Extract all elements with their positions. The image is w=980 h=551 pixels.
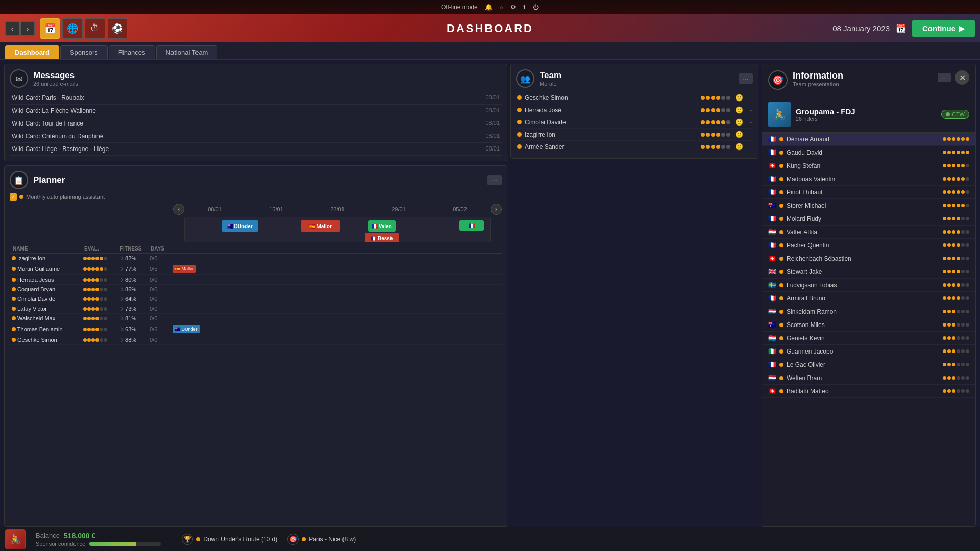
info-title: Information <box>793 70 843 81</box>
list-item[interactable]: 🇬🇧 Stewart Jake <box>762 265 975 279</box>
morale-item[interactable]: Cimolai Davide 🙂 - <box>516 116 753 129</box>
bottom-bar: 🚴 Balance 518,000 € Sponsor confidence 🏆… <box>0 527 980 551</box>
sponsor-confidence-label: Sponsor confidence <box>36 541 85 547</box>
message-item[interactable]: Wild Card: Tour de France 08/01 <box>10 117 502 130</box>
list-item[interactable]: 🇫🇷 Armirail Bruno <box>762 292 975 305</box>
calendar-icon[interactable]: 📆 <box>896 23 906 33</box>
flag-icon: 🇫🇷 <box>768 215 776 222</box>
list-item[interactable]: 🇦🇺 Storer Michael <box>762 199 975 212</box>
table-row[interactable]: Martin Guillaume ☽ 77% 0/5 🇪🇸 Mallor <box>10 263 502 275</box>
list-item[interactable]: 🇫🇷 Démare Arnaud <box>762 133 975 146</box>
table-row[interactable]: Coquard Bryan ☽ 86% 0/0 <box>10 285 502 294</box>
info-menu-button[interactable]: ··· <box>938 73 951 82</box>
rider-list[interactable]: 🇫🇷 Démare Arnaud 🇫🇷 Gaudu David 🇨🇭 Küng … <box>762 133 975 526</box>
table-row[interactable]: Walscheid Max ☽ 81% 0/0 <box>10 314 502 323</box>
nav-dashboard-button[interactable]: 📅 <box>40 18 60 39</box>
list-item[interactable]: 🇫🇷 Molard Rudy <box>762 212 975 226</box>
nav-forward-button[interactable]: › <box>20 21 35 36</box>
message-item[interactable]: Wild Card: Critérium du Dauphiné 08/01 <box>10 130 502 143</box>
team-menu-button[interactable]: ··· <box>739 73 753 84</box>
table-row[interactable]: Cimolai Davide ☽ 64% 0/0 <box>10 294 502 304</box>
team-subtitle: Morale <box>540 81 561 87</box>
info-close-button[interactable]: ✕ <box>955 70 969 85</box>
list-item[interactable]: 🇮🇹 Guarnieri Jacopo <box>762 345 975 358</box>
planner-next-button[interactable]: › <box>491 204 502 215</box>
messages-icon: ✉ <box>10 69 28 88</box>
list-item[interactable]: 🇫🇷 Madouas Valentin <box>762 172 975 186</box>
info-icon[interactable]: ℹ <box>523 4 526 11</box>
race-block-valen[interactable]: 🇫🇷Valen <box>368 220 396 232</box>
tab-finances[interactable]: Finances <box>109 45 155 59</box>
tab-sponsors[interactable]: Sponsors <box>60 45 108 59</box>
list-item[interactable]: 🇸🇪 Ludvigsson Tobias <box>762 279 975 292</box>
continue-button[interactable]: Continue ▶ <box>912 20 975 37</box>
morale-item[interactable]: Armée Sander 🙂 - <box>516 141 753 153</box>
flag-icon: 🇫🇷 <box>768 361 776 368</box>
trophy-icon: 🏆 <box>182 534 193 545</box>
list-item[interactable]: 🇨🇭 Küng Stefan <box>762 159 975 172</box>
list-item[interactable]: 🇨🇭 Badilatti Matteo <box>762 385 975 398</box>
bell-icon[interactable]: 🔔 <box>485 4 493 11</box>
list-item[interactable]: 🇫🇷 Le Gac Olivier <box>762 358 975 371</box>
list-item[interactable]: 🇫🇷 Pinot Thibaut <box>762 186 975 199</box>
flag-icon: 🇸🇪 <box>768 281 776 289</box>
event-item[interactable]: 🏆 Down Under's Route (10 d) <box>182 534 277 545</box>
nav-soccer-button[interactable]: ⚽ <box>107 18 128 39</box>
table-row[interactable]: Izagirre Ion ☽ 82% 0/0 <box>10 254 502 263</box>
planner-date-nav: ‹ 08/01 15/01 22/01 29/01 05/02 › <box>10 204 502 215</box>
messages-title: Messages <box>33 70 78 81</box>
tab-dashboard[interactable]: Dashboard <box>5 45 59 59</box>
morale-item[interactable]: Geschke Simon 🙂 - <box>516 92 753 104</box>
mood-icon: 🙂 <box>735 143 743 151</box>
list-item[interactable]: 🇨🇭 Reichenbach Sébastien <box>762 252 975 265</box>
balance-label: Balance <box>36 532 60 539</box>
message-item[interactable]: Wild Card: Liège - Bastogne - Liège 08/0… <box>10 143 502 156</box>
planner-menu-button[interactable]: ··· <box>487 175 502 185</box>
team-name: Groupama - FDJ <box>796 107 855 116</box>
list-item[interactable]: 🇱🇺 Geniets Kevin <box>762 332 975 345</box>
rider-status-dot <box>517 132 522 137</box>
message-item[interactable]: Wild Card: La Flèche Wallonne 08/01 <box>10 105 502 117</box>
sponsor-confidence-bar <box>89 542 161 546</box>
rider-status-dot <box>779 323 783 327</box>
race-block-mallor[interactable]: 🇪🇸Mallor <box>301 220 340 232</box>
list-item[interactable]: 🇦🇺 Scotson Miles <box>762 318 975 332</box>
list-item[interactable]: 🇫🇷 Pacher Quentin <box>762 239 975 252</box>
table-row[interactable]: Thomas Benjamin ☽ 63% 0/6 🇦🇺 DUnder <box>10 323 502 335</box>
flag-icon: 🇦🇺 <box>768 202 776 209</box>
nav-globe-button[interactable]: 🌐 <box>62 18 83 39</box>
power-icon[interactable]: ⏻ <box>533 4 539 11</box>
planner-icon: 📋 <box>10 171 28 189</box>
planner-prev-button[interactable]: ‹ <box>173 204 184 215</box>
nav-clock-button[interactable]: ⏱ <box>85 18 105 39</box>
messages-header: ✉ Messages 26 unread e-mails <box>10 69 502 88</box>
list-item[interactable]: 🇳🇱 Sinkeldam Ramon <box>762 305 975 318</box>
event-item[interactable]: 🎯 Paris - Nice (8 w) <box>287 534 356 545</box>
tab-national-team[interactable]: National Team <box>156 45 218 59</box>
auto-planning-checkbox[interactable]: ✓ Monthly auto planning assistant <box>10 193 105 201</box>
table-row[interactable]: Lafay Victor ☽ 73% 0/0 <box>10 304 502 314</box>
mini-race-dunder: 🇦🇺 DUnder <box>173 325 200 333</box>
rider-status-dot <box>779 257 783 261</box>
list-item[interactable]: 🇭🇺 Valter Attila <box>762 226 975 239</box>
home-icon[interactable]: ⌂ <box>500 4 503 11</box>
flag-icon: 🇭🇺 <box>768 228 776 236</box>
morale-item[interactable]: Izagirre Ion 🙂 - <box>516 129 753 141</box>
race-block-fr2[interactable]: 🇫🇷 <box>459 220 484 231</box>
table-row[interactable]: Herrada Jesus ☽ 80% 0/0 <box>10 275 502 285</box>
message-item[interactable]: Wild Card: Paris - Roubaix 08/01 <box>10 92 502 105</box>
nav-back-button[interactable]: ‹ <box>5 21 19 36</box>
race-block-dunder[interactable]: 🇦🇺DUnder <box>222 220 258 232</box>
team-jersey-icon: 🚴 <box>768 102 791 127</box>
race-block-besse[interactable]: 🇫🇷Bessè <box>365 233 399 242</box>
page-title: DASHBOARD <box>447 22 533 35</box>
list-item[interactable]: 🇳🇱 Welten Bram <box>762 371 975 385</box>
gear-icon[interactable]: ⚙ <box>510 4 516 11</box>
table-row[interactable]: Geschke Simon ☽ 88% 0/0 <box>10 335 502 345</box>
rider-status-dot <box>779 296 783 300</box>
morale-item[interactable]: Herrada José 🙂 - <box>516 104 753 116</box>
rider-status-dot <box>779 243 783 247</box>
flag-icon: 🇫🇷 <box>768 148 776 156</box>
planner-table-scroll[interactable]: NAME EVAL. FITNESS DAYS Izagirre Ion ☽ 8… <box>10 244 502 345</box>
list-item[interactable]: 🇫🇷 Gaudu David <box>762 146 975 159</box>
